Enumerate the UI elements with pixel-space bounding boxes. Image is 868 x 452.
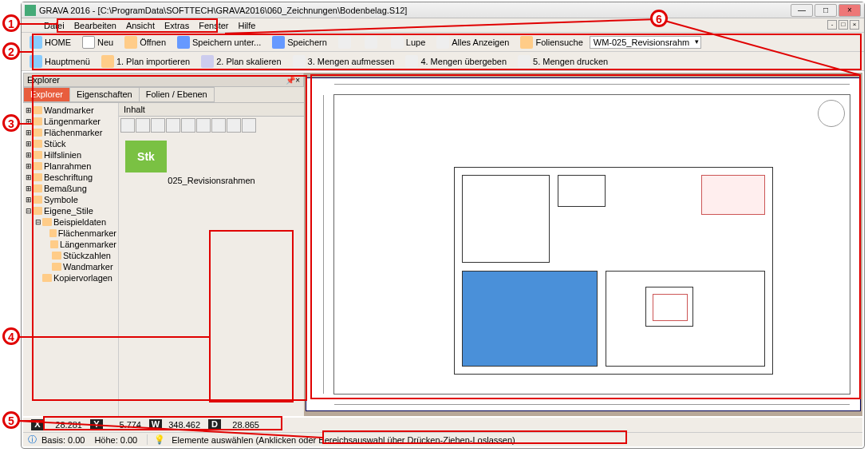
redo-button[interactable] [360,34,385,50]
folder-open-icon [124,36,137,49]
anno-3: 3 [2,114,20,132]
view-btn[interactable] [136,118,150,133]
tab-explorer[interactable]: Explorer [23,87,70,102]
statusbar: X28.281 Y-5.774 W348.462 D28.865 ⓘ Basis… [23,418,862,446]
panel-close-icon[interactable]: × [295,76,300,85]
content-tab-inhalt[interactable]: Inhalt [119,103,304,117]
home-icon [30,55,42,68]
eye-icon [436,36,449,49]
anno-5: 5 [2,411,20,429]
menu-fenster[interactable]: Fenster [194,19,233,32]
window-title: GRAVA 2016 - [C:\ProgramData\SOFTTECH\GR… [39,6,407,15]
toolbar-row1: HOME Neu Öffnen Speichern unter... Speic… [22,33,864,52]
view-btn[interactable] [181,118,195,133]
search-icon [520,36,533,49]
menu-ansicht[interactable]: Ansicht [121,19,160,32]
explorer-panel: Explorer📌× Explorer Eigenschaften Folien… [23,73,304,416]
coord-row: X28.281 Y-5.774 W348.462 D28.865 [23,418,862,432]
save-icon [177,36,190,49]
step3-button[interactable]: 3. Mengen aufmessen [288,54,400,69]
layer-combo[interactable]: WM-025_Revisionsrahm [590,36,701,49]
export-icon [405,55,418,68]
view-btn[interactable] [151,118,165,133]
status-hint: 💡 Elemente auswählen (Anklicken oder Ber… [147,434,521,445]
redo-icon [365,36,377,49]
menu-bearbeiten[interactable]: Bearbeiten [69,19,121,32]
magnifier-icon [391,36,404,49]
home-icon [30,36,42,49]
tab-eigenschaften[interactable]: Eigenschaften [69,87,140,102]
mdi-close[interactable]: × [850,20,859,30]
new-button[interactable]: Neu [77,34,118,50]
info-icon: ⓘ [28,434,37,446]
content-view-toolbar [119,117,304,134]
anno-6: 6 [650,10,668,27]
save-as-button[interactable]: Speichern unter... [172,34,266,50]
view-btn[interactable] [166,118,180,133]
item-label: 025_Revisionsrahmen [125,176,298,185]
plan-frame [333,94,850,395]
bulb-icon: 💡 [154,434,165,445]
menu-datei[interactable]: Datei [39,19,69,32]
step5-button[interactable]: 5. Mengen drucken [513,54,613,69]
home-button[interactable]: HOME [25,34,76,50]
menu-hilfe[interactable]: Hilfe [233,19,260,32]
app-icon [25,5,36,16]
view-btn[interactable] [120,118,135,133]
view-btn[interactable] [227,118,241,133]
layer-search-button[interactable]: Foliensuche [515,34,587,50]
mdi-min[interactable]: - [827,20,837,30]
item-thumb: Stk [125,141,167,172]
basis-value: Basis: 0.00 [41,435,85,445]
save-icon [272,36,285,49]
explorer-content: Inhalt Stk 025_Revisionsrahmen grava cur… [119,103,304,416]
hauptmenu-button[interactable]: Hauptmenü [25,54,95,69]
view-btn[interactable] [196,118,211,133]
file-icon [82,36,95,49]
mdi-controls: - □ × [826,20,859,30]
d-label: D [208,419,221,430]
tab-folien[interactable]: Folien / Ebenen [139,87,215,102]
menubar: Datei Bearbeiten Ansicht Extras Fenster … [22,18,864,33]
maximize-button[interactable]: □ [815,4,837,17]
anno-1: 1 [2,14,20,32]
w-label: W [149,419,162,430]
hoehe-value: Höhe: 0.00 [94,435,137,445]
print-icon [518,55,531,68]
undo-button[interactable] [333,34,358,50]
import-icon [101,55,114,68]
explorer-title: Explorer📌× [23,73,304,87]
close-button[interactable]: × [838,4,861,17]
mdi-max[interactable]: □ [838,20,848,30]
explorer-tabs: Explorer Eigenschaften Folien / Ebenen [23,87,304,103]
minimize-button[interactable]: — [791,4,813,17]
anno-2: 2 [2,42,20,60]
anno-4: 4 [2,327,20,345]
open-button[interactable]: Öffnen [120,34,171,50]
floorplan [454,167,773,375]
save-button[interactable]: Speichern [267,34,332,50]
scale-icon [201,55,214,68]
view-btn[interactable] [242,118,256,133]
x-label: X [31,419,44,430]
step1-button[interactable]: 1. Plan importieren [97,54,195,69]
menu-extras[interactable]: Extras [160,19,194,32]
step4-button[interactable]: 4. Mengen übergeben [400,54,511,69]
step2-button[interactable]: 2. Plan skalieren [196,54,286,69]
titlebar: GRAVA 2016 - [C:\ProgramData\SOFTTECH\GR… [22,2,864,18]
explorer-tree[interactable]: ⊞Wandmarker ⊞Längenmarker ⊞Flächenmarker… [23,103,119,416]
north-arrow-icon [818,100,845,127]
y-label: Y [90,419,103,430]
toolbar-row2: Hauptmenü 1. Plan importieren 2. Plan sk… [22,52,864,71]
measure-icon [293,55,306,68]
main-area: Explorer📌× Explorer Eigenschaften Folien… [23,73,862,416]
zoom-button[interactable]: Lupe [386,34,430,50]
content-item[interactable]: Stk 025_Revisionsrahmen [125,141,298,185]
show-all-button[interactable]: Alles Anzeigen [432,34,514,50]
drawing-canvas[interactable] [304,73,862,416]
pin-icon[interactable]: 📌 [286,76,295,85]
view-btn[interactable] [211,118,226,133]
app-window: GRAVA 2016 - [C:\ProgramData\SOFTTECH\GR… [21,2,865,449]
undo-icon [338,36,351,49]
